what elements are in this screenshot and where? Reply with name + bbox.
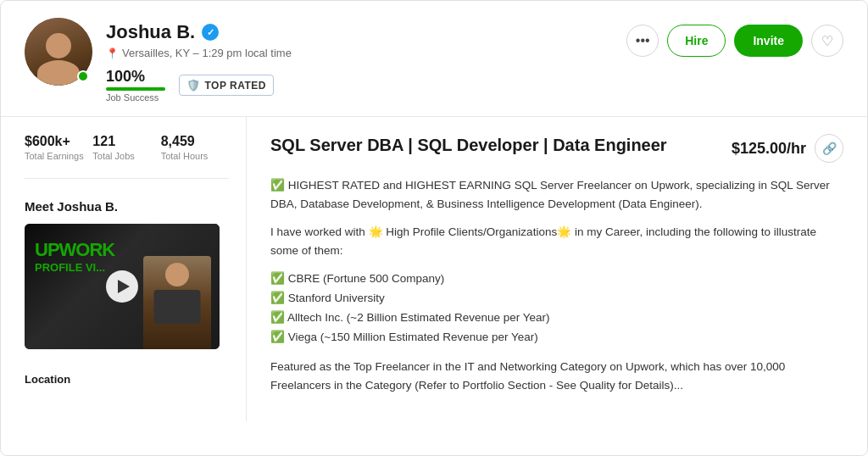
link-button[interactable]: 🔗 [815,134,843,163]
profile-name: Joshua B. [106,21,195,43]
profile-name-row: Joshua B. ✓ [106,21,292,43]
location-pin-icon: 📍 [106,47,119,59]
job-success-pct: 100% [106,68,165,86]
total-jobs-value: 121 [92,134,160,149]
hire-button[interactable]: Hire [667,25,726,57]
list-item: ✅ Alltech Inc. (~2 Billion Estimated Rev… [270,309,843,328]
total-earnings-label: Total Earnings [25,151,92,161]
bio-intro: ✅ HIGHEST RATED and HIGHEST EARNING SQL … [270,176,843,213]
main-content: $600k+ Total Earnings 121 Total Jobs 8,4… [1,117,867,421]
avatar-wrap [25,18,92,86]
profile-info: Joshua B. ✓ 📍 Versailles, KY – 1:29 pm l… [106,18,292,103]
profile-stats-row: 100% Job Success 🛡️ TOP RATED [106,68,292,103]
sidebar: $600k+ Total Earnings 121 Total Jobs 8,4… [1,117,247,421]
shield-icon: 🛡️ [186,79,201,92]
invite-button[interactable]: Invite [734,25,803,57]
bio-list-item-1: ✅ Stanford University [270,289,385,309]
bio-list: ✅ CBRE (Fortune 500 Company) ✅ Stanford … [270,270,843,348]
right-content: SQL Server DBA | SQL Developer | Data En… [247,117,867,421]
progress-bar-fill [106,87,165,91]
online-status-dot [77,70,89,82]
bio-list-item-3: ✅ Viega (~150 Million Estimated Revenue … [270,328,538,348]
bio-footer: Featured as the Top Freelancer in the IT… [270,358,843,394]
profile-video-thumbnail[interactable]: UPWORK PROFILE VI... [25,224,220,349]
profile-header: Joshua B. ✓ 📍 Versailles, KY – 1:29 pm l… [1,1,867,117]
bio-list-item-2: ✅ Alltech Inc. (~2 Billion Estimated Rev… [270,309,550,328]
hourly-rate: $125.00/hr [732,140,806,158]
heart-icon: ♡ [821,33,833,49]
job-title: SQL Server DBA | SQL Developer | Data En… [270,134,667,156]
progress-bar-wrap [106,87,165,91]
more-icon: ••• [636,33,650,48]
list-item: ✅ CBRE (Fortune 500 Company) [270,270,843,289]
sidebar-stats: $600k+ Total Earnings 121 Total Jobs 8,4… [25,134,229,179]
more-options-button[interactable]: ••• [626,25,659,57]
job-success-block: 100% Job Success [106,68,165,103]
list-item: ✅ Viega (~150 Million Estimated Revenue … [270,328,843,348]
verified-badge: ✓ [202,24,219,41]
video-profile-text: PROFILE VI... [35,261,105,274]
job-success-label: Job Success [106,92,165,103]
job-title-row: SQL Server DBA | SQL Developer | Data En… [270,134,843,163]
list-item: ✅ Stanford University [270,289,843,309]
video-person-silhouette [143,256,211,349]
header-left: Joshua B. ✓ 📍 Versailles, KY – 1:29 pm l… [25,18,292,103]
meet-section: Meet Joshua B. UPWORK PROFILE VI... [25,199,229,349]
play-icon [118,280,130,293]
top-rated-label: TOP RATED [205,80,267,92]
total-earnings-value: $600k+ [25,134,92,149]
top-rated-badge: 🛡️ TOP RATED [179,75,274,96]
video-upwork-text: UPWORK [35,239,114,261]
location-text: Versailles, KY – 1:29 pm local time [122,47,292,59]
profile-container: Joshua B. ✓ 📍 Versailles, KY – 1:29 pm l… [0,0,868,456]
header-actions: ••• Hire Invite ♡ [626,18,843,57]
rate-row: $125.00/hr 🔗 [732,134,843,163]
total-jobs-label: Total Jobs [92,151,160,161]
total-hours-label: Total Hours [161,151,229,161]
profile-location: 📍 Versailles, KY – 1:29 pm local time [106,47,292,59]
stat-total-jobs: 121 Total Jobs [92,134,160,161]
stat-total-earnings: $600k+ Total Earnings [25,134,92,161]
location-section-title: Location [25,373,229,386]
meet-title: Meet Joshua B. [25,199,229,214]
bio-list-item-0: ✅ CBRE (Fortune 500 Company) [270,270,444,289]
link-icon: 🔗 [822,142,837,155]
total-hours-value: 8,459 [161,134,229,149]
bio-para2: I have worked with 🌟 High Profile Client… [270,223,843,259]
stat-total-hours: 8,459 Total Hours [161,134,229,161]
favorite-button[interactable]: ♡ [811,25,843,57]
location-section: Location [25,363,229,386]
play-button[interactable] [106,270,138,303]
